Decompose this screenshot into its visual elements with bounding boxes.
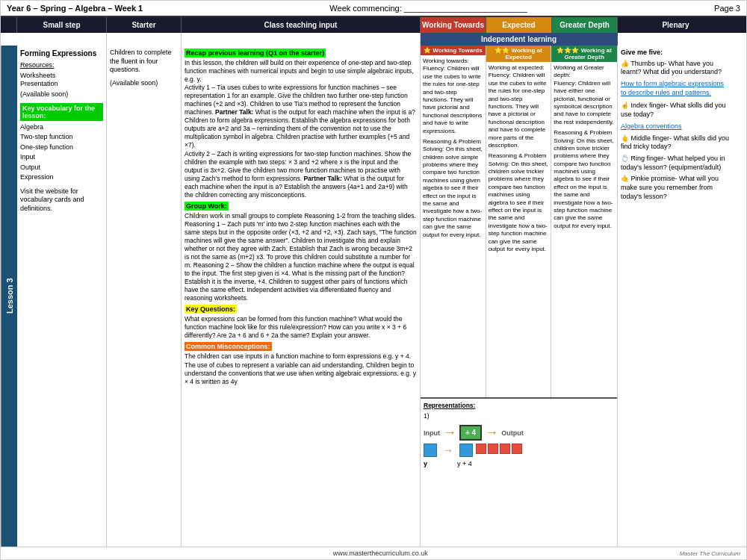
key-questions-label: Key Questions: [185, 305, 237, 314]
footer-website: www.masterthecurriculum.co.uk [333, 550, 428, 557]
independent-header-row: Independent learning [1, 33, 746, 46]
col-header-working: Working Towards [421, 17, 486, 33]
cube-red-3 [500, 444, 510, 454]
plenary-content: Give me five: 👍 Thumbs up- What have you… [618, 46, 734, 547]
output-label: Output [501, 429, 524, 437]
blue-cubes [424, 444, 437, 457]
resources-label: Resources: [20, 61, 103, 70]
main-content: Lesson 3 Forming Expressions Resources: … [1, 46, 746, 547]
independent-learning-header: Independent learning [421, 33, 618, 46]
working-body: Working towards:Fluency: Children will u… [421, 55, 486, 243]
footer-logo: Master The Curriculum [680, 550, 740, 557]
key-questions-body: What expressions can be formed from this… [185, 315, 417, 340]
starter-text: Children to complete the fluent in four … [110, 49, 178, 75]
cube-red-4 [512, 444, 522, 454]
y-plus4-label: y + 4 [457, 460, 472, 467]
plenary-pinkie: 🤙 Pinkie promise- What will you make sur… [621, 175, 731, 201]
expected-col: ⭐⭐ Working at Expected Working at expect… [486, 46, 552, 397]
mixed-cubes [459, 444, 522, 457]
plenary-index-link: Algebra conventions [621, 122, 731, 131]
representations-section: Representations: 1) Input → + 4 → Output… [421, 397, 617, 547]
page-header: Year 6 – Spring – Algebra – Week 1 Week … [1, 1, 746, 17]
available-soon: (Available soon) [20, 90, 103, 99]
working-col: ⭐ Working Towards Working towards:Fluenc… [421, 46, 486, 397]
header-week: Week commencing: _______________________… [329, 4, 527, 13]
plenary-intro: Give me five: [621, 49, 731, 57]
arrow-cubes: → [443, 444, 453, 456]
rep-item1: 1) [424, 412, 614, 420]
y-label: y [424, 460, 427, 467]
working-header: ⭐ Working Towards [421, 46, 486, 55]
expected-header: ⭐⭐ Working at Expected [486, 46, 551, 62]
col-header-blank [1, 17, 17, 33]
page-container: Year 6 – Spring – Algebra – Week 1 Week … [0, 0, 747, 560]
greater-header: ⭐⭐⭐ Working at Greater Depth [551, 46, 617, 62]
function-machine-diagram: Input → + 4 → Output [424, 425, 614, 441]
col-header-teaching: Class teaching input [182, 17, 421, 33]
key-vocab-label: Key vocabulary for the lesson: [22, 105, 95, 119]
representations-label: Representations: [424, 402, 614, 410]
small-step-content: Forming Expressions Resources: Worksheet… [17, 46, 107, 547]
arrow-right-1: → [443, 425, 456, 441]
input-label: Input [424, 429, 440, 437]
cube-blue-2 [459, 444, 473, 457]
group-body: Children work in small groups to complet… [185, 212, 417, 303]
independent-cols: ⭐ Working Towards Working towards:Fluenc… [421, 46, 617, 397]
starter-available: (Available soon) [110, 79, 178, 88]
how-to-form-link[interactable]: How to form algebraic expressions to des… [621, 80, 724, 96]
plenary-middle: 🖕 Middle finger- What skills did you fin… [621, 134, 731, 152]
misconceptions-label: Common Misconceptions: [185, 342, 272, 351]
recap-label: Recap previous learning (Q1 on the start… [185, 49, 326, 57]
header-title: Year 6 – Spring – Algebra – Week 1 [7, 4, 143, 13]
plenary-ring: 💍 Ring finger- What helped you in today'… [621, 155, 731, 172]
arrow-right-2: → [485, 425, 498, 441]
working-stars: ⭐ [424, 47, 431, 54]
greater-col: ⭐⭐⭐ Working at Greater Depth Working at … [551, 46, 617, 397]
independent-content: ⭐ Working Towards Working towards:Fluenc… [421, 46, 618, 547]
lesson-label: Lesson 3 [1, 46, 17, 547]
plus4-box: + 4 [459, 425, 482, 441]
footer: www.masterthecurriculum.co.uk Master The… [1, 547, 746, 559]
header-page: Page 3 [714, 4, 740, 13]
teaching-content: Recap previous learning (Q1 on the start… [182, 46, 421, 547]
resources-list: Worksheets Presentation [20, 72, 103, 89]
forming-expressions-title: Forming Expressions [20, 49, 103, 58]
column-headers: Small step Starter Class teaching input … [1, 17, 746, 33]
col-header-expected: Expected [486, 17, 552, 33]
col-header-starter: Starter [107, 17, 182, 33]
y-labels-row: y y + 4 [424, 460, 614, 467]
cube-red-2 [488, 444, 498, 454]
col-header-small-step: Small step [17, 17, 107, 33]
misconceptions-body: The children can use inputs in a functio… [185, 352, 417, 385]
vocab-list: Algebra Two-step function One-step funct… [20, 122, 103, 183]
plenary-thumb: 👍 Thumbs up- What have you learnt? What … [621, 60, 731, 77]
key-vocab-box: Key vocabulary for the lesson: [20, 103, 103, 121]
recap-body: In this lesson, the children will build … [185, 59, 417, 199]
plenary-index: ☝ Index finger- What skills did you use … [621, 102, 731, 119]
cubes-row: → [424, 444, 614, 457]
visit-text: Visit the website for vocabulary cards a… [20, 187, 103, 214]
expected-body: Working at expected:Fluency: Children wi… [486, 62, 551, 257]
col-header-greater: Greater Depth [552, 17, 618, 33]
group-work-label: Group Work: [185, 202, 229, 211]
cube-blue-1 [424, 444, 437, 457]
greater-body: Working at Greater depth:Fluency: Childr… [551, 62, 617, 234]
cube-red-1 [476, 444, 486, 454]
starter-content: Children to complete the fluent in four … [107, 46, 182, 547]
col-header-plenary: Plenary [618, 17, 734, 33]
plenary-link: How to form algebraic expressions to des… [621, 80, 731, 97]
